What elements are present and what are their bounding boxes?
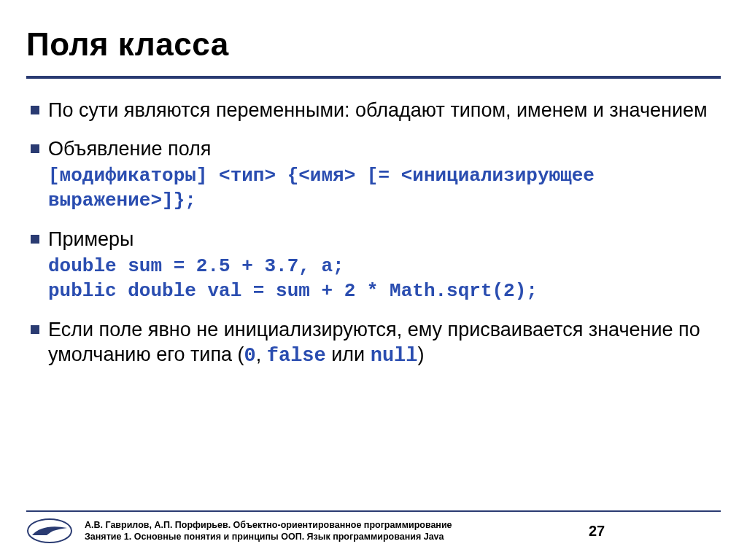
footer-row: А.В. Гаврилов, А.П. Порфирьев. Объектно-… [26, 518, 721, 544]
bullet-item: Объявление поля [модификаторы] <тип> {<и… [28, 136, 721, 214]
bullet-item: Если поле явно не инициализируются, ему … [28, 317, 721, 369]
code-inline: null [371, 345, 418, 367]
bullet-text: По сути являются переменными: обладают т… [48, 99, 708, 121]
bullet-text: , [256, 343, 267, 365]
code-inline: false [267, 345, 326, 367]
slide: Поля класса По сути являются переменными… [0, 0, 747, 560]
bullet-list: По сути являются переменными: обладают т… [28, 98, 721, 369]
code-inline: 0 [244, 345, 256, 367]
footer-line2: Занятие 1. Основные понятия и принципы О… [85, 531, 563, 542]
bullet-text: ) [418, 343, 425, 365]
divider-top [26, 76, 721, 79]
footer-text: А.В. Гаврилов, А.П. Порфирьев. Объектно-… [85, 519, 563, 543]
divider-bottom [26, 510, 721, 512]
code-block: [модификаторы] <тип> {<имя> [= <инициали… [48, 164, 721, 214]
code-block: double sum = 2.5 + 3.7, a;public double … [48, 254, 721, 304]
page-number: 27 [575, 523, 619, 540]
footer-line1: А.В. Гаврилов, А.П. Порфирьев. Объектно-… [85, 519, 563, 531]
logo-icon [26, 518, 73, 544]
content-area: По сути являются переменными: обладают т… [26, 98, 721, 369]
bullet-item: Примеры double sum = 2.5 + 3.7, a;public… [28, 227, 721, 304]
slide-title: Поля класса [26, 26, 721, 63]
bullet-item: По сути являются переменными: обладают т… [28, 98, 721, 123]
footer: А.В. Гаврилов, А.П. Порфирьев. Объектно-… [0, 510, 747, 544]
bullet-text: Примеры [48, 228, 134, 250]
bullet-text: или [326, 343, 371, 365]
bullet-text: Объявление поля [48, 138, 212, 160]
